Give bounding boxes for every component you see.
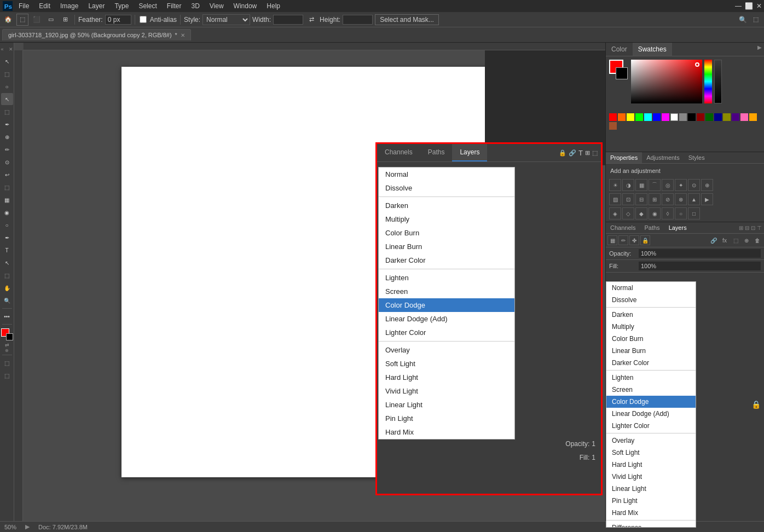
adjustments-tab[interactable]: Adjustments <box>642 152 684 163</box>
healing-brush-tool[interactable]: ⊕ <box>1 131 13 143</box>
swatch-item[interactable] <box>740 113 748 121</box>
crop-tool[interactable]: ⬚ <box>1 106 13 118</box>
popup-paths-tab[interactable]: Paths <box>420 144 453 161</box>
styles-tab[interactable]: Styles <box>684 152 709 163</box>
small-blend-color-burn[interactable]: Color Burn <box>606 333 696 345</box>
swap-colors-btn[interactable]: ⇄ <box>5 342 9 348</box>
blend-color-burn[interactable]: Color Burn <box>379 226 514 240</box>
swatch-item[interactable] <box>670 113 678 121</box>
swatch-item[interactable] <box>697 113 704 121</box>
layers-small-tab[interactable]: Layers <box>664 222 691 233</box>
layers-panel-icon1[interactable]: ⊞ <box>739 225 743 231</box>
swatch-item[interactable] <box>609 113 617 121</box>
channels-small-tab[interactable]: Channels <box>606 222 640 233</box>
marquee-tool-btn[interactable]: ⬚ <box>16 14 28 26</box>
swatch-item[interactable] <box>653 113 661 121</box>
swatch-item[interactable] <box>618 113 626 121</box>
adj-icon-6[interactable]: ◉ <box>649 207 661 219</box>
minimize-btn[interactable]: — <box>735 2 742 10</box>
blend-linear-light[interactable]: Linear Light <box>379 398 514 412</box>
color-balance-adj-icon[interactable]: ⊕ <box>701 179 713 191</box>
small-blend-dissolve[interactable]: Dissolve <box>606 294 696 306</box>
eraser-tool[interactable]: ⬚ <box>1 181 13 193</box>
shape-tool[interactable]: ⬚ <box>1 269 13 281</box>
menu-window[interactable]: Window <box>229 1 262 11</box>
curves-adj-icon[interactable]: ⌒ <box>649 179 661 191</box>
blend-hard-mix[interactable]: Hard Mix <box>379 425 514 439</box>
gradient-map-adj-icon[interactable]: ▶ <box>701 193 713 205</box>
menu-select[interactable]: Select <box>134 1 161 11</box>
menu-view[interactable]: View <box>205 1 228 11</box>
bw-adj-icon[interactable]: ▨ <box>609 193 621 205</box>
lasso-tool[interactable]: ○ <box>1 80 13 92</box>
lock-image-btn[interactable]: ✏ <box>618 235 628 245</box>
exposure-adj-icon[interactable]: ◎ <box>662 179 674 191</box>
photo-filter-adj-icon[interactable]: ⊡ <box>622 193 634 205</box>
pen-tool[interactable]: ✒ <box>1 232 13 244</box>
swatch-item[interactable] <box>723 113 731 121</box>
add-mask-btn[interactable]: ⬚ <box>731 235 740 245</box>
menu-layer[interactable]: Layer <box>84 1 109 11</box>
vibrance-adj-icon[interactable]: ✦ <box>675 179 687 191</box>
new-group-btn[interactable]: ⊕ <box>742 235 751 245</box>
swatch-item[interactable] <box>627 113 634 121</box>
small-blend-normal[interactable]: Normal <box>606 282 696 294</box>
adj-icon-9[interactable]: □ <box>688 207 700 219</box>
dodge-tool[interactable]: ○ <box>1 219 13 231</box>
popup-channels-tab[interactable]: Channels <box>377 144 420 161</box>
blend-vivid-light[interactable]: Vivid Light <box>379 384 514 398</box>
swatch-item[interactable] <box>609 122 617 130</box>
small-blend-multiply[interactable]: Multiply <box>606 321 696 333</box>
quick-select-tool[interactable]: ↖ <box>1 93 13 105</box>
small-blend-darken[interactable]: Darken <box>606 309 696 321</box>
blend-darken[interactable]: Darken <box>379 199 514 212</box>
popup-layers-tab[interactable]: Layers <box>452 144 487 161</box>
small-blend-linear-burn[interactable]: Linear Burn <box>606 345 696 357</box>
paths-small-tab[interactable]: Paths <box>640 222 664 233</box>
layers-panel-icon3[interactable]: ⊡ <box>751 225 755 231</box>
type-tool[interactable]: T <box>1 244 13 256</box>
blend-color-dodge[interactable]: Color Dodge <box>379 298 514 312</box>
close-toolbar-icon[interactable]: ✕ <box>9 47 13 52</box>
small-blend-screen[interactable]: Screen <box>606 384 696 396</box>
home-btn[interactable]: 🏠 <box>2 14 14 26</box>
small-blend-linear-dodge[interactable]: Linear Dodge (Add) <box>606 408 696 420</box>
collapse-panel-arrow[interactable]: ▶ <box>757 44 762 54</box>
menu-3d[interactable]: 3D <box>187 1 204 11</box>
close-btn[interactable]: ✕ <box>756 2 762 10</box>
alpha-slider[interactable] <box>714 60 722 103</box>
swatch-item[interactable] <box>679 113 687 121</box>
quick-mask-btn[interactable]: ⬚ <box>1 357 13 369</box>
bg-color-box[interactable] <box>616 67 628 79</box>
square-marquee-btn[interactable]: ⬛ <box>31 14 43 26</box>
contrast-adj-icon[interactable]: ◑ <box>622 179 634 191</box>
move-tool[interactable]: ↖ <box>1 55 13 67</box>
properties-tab[interactable]: Properties <box>606 152 642 163</box>
blend-screen[interactable]: Screen <box>379 285 514 298</box>
small-blend-darker-color[interactable]: Darker Color <box>606 357 696 369</box>
color-lookup-adj-icon[interactable]: ⊞ <box>649 193 661 205</box>
swatch-item[interactable] <box>644 113 652 121</box>
threshold-adj-icon[interactable]: ▲ <box>688 193 700 205</box>
path-select-tool[interactable]: ↖ <box>1 257 13 269</box>
small-blend-lighten[interactable]: Lighten <box>606 372 696 384</box>
menu-image[interactable]: Image <box>56 1 83 11</box>
swatches-tab[interactable]: Swatches <box>633 43 672 56</box>
gradient-tool[interactable]: ▦ <box>1 194 13 206</box>
levels-adj-icon[interactable]: ▦ <box>635 179 647 191</box>
gradient-picker[interactable] <box>631 60 702 103</box>
link-layers-btn[interactable]: 🔗 <box>709 235 719 245</box>
blend-overlay[interactable]: Overlay <box>379 343 514 357</box>
clone-tool[interactable]: ⊙ <box>1 156 13 168</box>
hand-tool[interactable]: ✋ <box>1 282 13 294</box>
layers-panel-icon2[interactable]: ⊟ <box>745 225 749 231</box>
channel-mixer-adj-icon[interactable]: ⊟ <box>635 193 647 205</box>
lock-position-btn[interactable]: ✤ <box>629 235 639 245</box>
small-blend-vivid-light[interactable]: Vivid Light <box>606 471 696 483</box>
collapse-icon[interactable]: « <box>1 47 4 52</box>
swatch-item[interactable] <box>732 113 739 121</box>
swatch-item[interactable] <box>635 113 643 121</box>
lock-transparent-btn[interactable]: ▦ <box>607 235 617 245</box>
swatch-item[interactable] <box>705 113 713 121</box>
small-blend-soft-light[interactable]: Soft Light <box>606 447 696 459</box>
